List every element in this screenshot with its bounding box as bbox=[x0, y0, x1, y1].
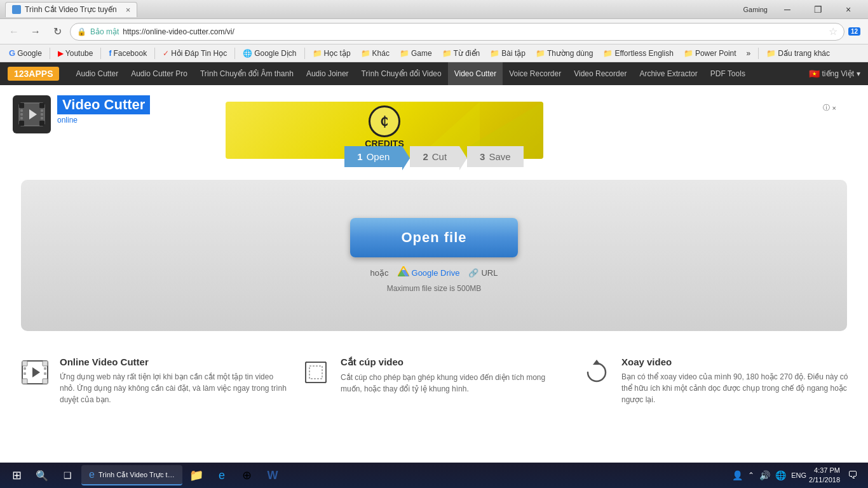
chrome-icon: ⊕ bbox=[242, 468, 252, 482]
folder-icon: 📁 bbox=[189, 468, 203, 482]
svg-rect-5 bbox=[20, 109, 23, 112]
upload-area: Open file hoặc Google Drive 🔗 URL bbox=[21, 180, 847, 331]
bookmark-label: Khác bbox=[372, 49, 390, 58]
google-drive-button[interactable]: Google Drive bbox=[398, 266, 460, 279]
bookmark-game[interactable]: 📁 Game bbox=[396, 48, 436, 59]
window-controls: ─ ❐ × bbox=[773, 0, 863, 19]
notification-icon: 🗨 bbox=[848, 470, 858, 481]
svg-rect-16 bbox=[22, 361, 27, 366]
svg-rect-10 bbox=[41, 117, 43, 119]
rotate-feature-icon bbox=[581, 356, 613, 388]
search-button[interactable]: 🔍 bbox=[31, 464, 53, 487]
notification-button[interactable]: 🗨 bbox=[843, 465, 863, 485]
step-1-label: Open bbox=[367, 151, 390, 162]
step-3-label: Save bbox=[489, 151, 510, 162]
bookmark-separator bbox=[100, 48, 101, 59]
nav-audio-converter[interactable]: Trình Chuyển đổi Âm thanh bbox=[194, 62, 300, 85]
nav-audio-joiner[interactable]: Audio Joiner bbox=[300, 62, 355, 85]
feature-title: Cắt cúp video bbox=[341, 356, 568, 368]
forward-button[interactable]: → bbox=[27, 23, 44, 41]
feature-crop-video: Cắt cúp video Cắt cúp cho phép bạn ghép … bbox=[300, 356, 568, 405]
nav-audio-cutter-pro[interactable]: Audio Cutter Pro bbox=[125, 62, 194, 85]
security-lock-icon: 🔒 bbox=[77, 27, 86, 36]
network-icon[interactable]: 🌐 bbox=[775, 470, 786, 480]
minimize-button[interactable]: ─ bbox=[773, 0, 802, 19]
feature-title: Xoay video bbox=[621, 356, 849, 367]
browser-taskbar-button[interactable]: e Trình Cắt Video Trực tuyến bbox=[81, 465, 182, 485]
nav-video-recorder[interactable]: Video Recorder bbox=[567, 62, 633, 85]
address-box[interactable]: 🔒 Bảo mật https://online-video-cutter.co… bbox=[70, 23, 844, 41]
lang-label: ENG bbox=[791, 471, 806, 479]
svg-rect-3 bbox=[19, 121, 24, 126]
step-2-label: Cut bbox=[432, 151, 447, 162]
step-arrow bbox=[459, 146, 467, 170]
url-button[interactable]: 🔗 URL bbox=[468, 268, 498, 278]
bookmark-khac[interactable]: 📁 Khác bbox=[357, 48, 393, 59]
nav-pdf-tools[interactable]: PDF Tools bbox=[704, 62, 752, 85]
translate-icon: 🌐 bbox=[243, 49, 252, 58]
open-file-button[interactable]: Open file bbox=[350, 218, 517, 257]
chevron-down-icon: ▾ bbox=[857, 69, 860, 78]
nav-archive-extractor[interactable]: Archive Extractor bbox=[633, 62, 703, 85]
bookmark-separator bbox=[758, 48, 759, 59]
nav-voice-recorder[interactable]: Voice Recorder bbox=[503, 62, 567, 85]
bookmark-effortless[interactable]: 📁 Effortless English bbox=[599, 48, 677, 59]
clock[interactable]: 4:37 PM 2/11/2018 bbox=[809, 466, 840, 485]
bookmark-more[interactable]: » bbox=[743, 48, 755, 59]
tab-close-button[interactable]: × bbox=[126, 5, 131, 15]
ad-close-icon[interactable]: × bbox=[832, 104, 836, 112]
nav-video-cutter[interactable]: Video Cutter bbox=[448, 62, 503, 85]
step-2-num: 2 bbox=[423, 151, 428, 162]
ad-close-area[interactable]: ⓘ × bbox=[823, 103, 836, 112]
bookmark-google[interactable]: G Google bbox=[5, 47, 46, 59]
bookmark-tudien[interactable]: 📁 Từ điển bbox=[438, 48, 484, 59]
hoidap-icon: ✓ bbox=[163, 49, 169, 58]
nav-video-converter[interactable]: Trình Chuyển đổi Video bbox=[355, 62, 448, 85]
folder-icon: 📁 bbox=[442, 49, 452, 58]
step-3-num: 3 bbox=[480, 151, 485, 162]
maximize-button[interactable]: ❐ bbox=[803, 0, 832, 19]
step-save[interactable]: 3 Save bbox=[467, 146, 524, 167]
app-title-block: Video Cutter online bbox=[57, 95, 150, 125]
back-button[interactable]: ← bbox=[5, 23, 23, 41]
bookmark-facebook[interactable]: f Facebook bbox=[105, 48, 151, 59]
start-button[interactable]: ⊞ bbox=[5, 464, 28, 487]
taskbar: ⊞ 🔍 ❑ e Trình Cắt Video Trực tuyến 📁 e ⊕… bbox=[0, 463, 868, 488]
app-logo[interactable]: 123APPS bbox=[8, 67, 59, 81]
refresh-button[interactable]: ↻ bbox=[48, 23, 66, 41]
edge-button[interactable]: e bbox=[210, 464, 233, 487]
speaker-icon[interactable]: 🔊 bbox=[759, 470, 770, 480]
bookmark-dautrang[interactable]: 📁 Dấu trang khác bbox=[763, 48, 834, 59]
bookmark-label: Học tập bbox=[324, 49, 351, 58]
bookmark-thuongdung[interactable]: 📁 Thường dùng bbox=[532, 48, 597, 59]
file-explorer-button[interactable]: 📁 bbox=[185, 464, 208, 487]
close-button[interactable]: × bbox=[834, 0, 863, 19]
nav-audio-cutter[interactable]: Audio Cutter bbox=[69, 62, 125, 85]
bookmark-star-icon[interactable]: ☆ bbox=[829, 25, 837, 37]
word-icon: W bbox=[267, 469, 278, 482]
bookmark-label: Power Point bbox=[695, 49, 736, 58]
gdrive-label: Google Drive bbox=[412, 268, 460, 278]
feature-crop-text: Cắt cúp video Cắt cúp cho phép bạn ghép … bbox=[341, 356, 568, 395]
bookmark-hoctap[interactable]: 📁 Học tập bbox=[309, 48, 355, 59]
bookmark-separator bbox=[154, 48, 155, 59]
bookmark-youtube[interactable]: ▶ Youtube bbox=[54, 48, 97, 59]
max-size-label: Maximum file size is 500MB bbox=[387, 284, 482, 293]
step-open[interactable]: 1 Open bbox=[344, 146, 402, 167]
chrome-button[interactable]: ⊕ bbox=[236, 464, 259, 487]
bookmark-baitap[interactable]: 📁 Bài tập bbox=[486, 48, 529, 59]
extension-badge[interactable]: 12 bbox=[848, 27, 860, 36]
word-button[interactable]: W bbox=[261, 464, 284, 487]
bookmark-hoidap[interactable]: ✓ Hỏi Đáp Tin Học bbox=[159, 48, 231, 59]
svg-rect-7 bbox=[20, 117, 23, 119]
language-selector[interactable]: 🇻🇳 tiếng Việt ▾ bbox=[809, 69, 860, 79]
youtube-icon: ▶ bbox=[58, 49, 64, 58]
bookmark-label: Thường dùng bbox=[547, 49, 593, 58]
bookmark-googledich[interactable]: 🌐 Google Dịch bbox=[239, 48, 300, 59]
task-view-button[interactable]: ❑ bbox=[56, 464, 79, 487]
browser-tab[interactable]: Trình Cắt Video Trực tuyến × bbox=[5, 2, 137, 17]
url-text[interactable]: https://online-video-cutter.com/vi/ bbox=[123, 27, 825, 36]
bookmark-powerpoint[interactable]: 📁 Power Point bbox=[680, 48, 740, 59]
chevron-up-icon[interactable]: ⌃ bbox=[748, 471, 754, 480]
step-cut[interactable]: 2 Cut bbox=[410, 146, 459, 167]
